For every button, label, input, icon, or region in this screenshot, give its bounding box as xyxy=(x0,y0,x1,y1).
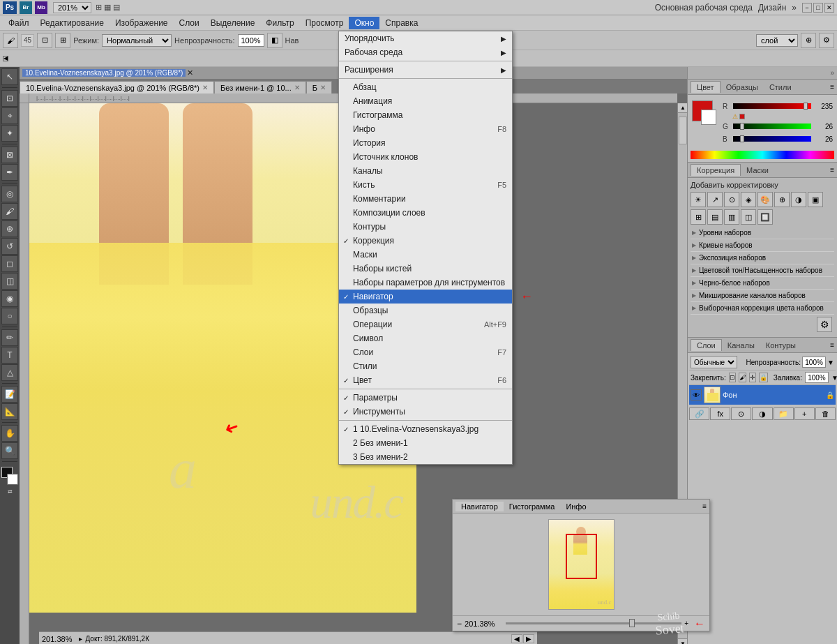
move-tool[interactable]: ↖ xyxy=(1,68,18,85)
eyedropper-tool[interactable]: ✒ xyxy=(1,164,18,181)
opacity-input[interactable] xyxy=(238,34,264,47)
dd-brush[interactable]: Кисть F5 xyxy=(339,178,512,192)
dd-info[interactable]: Инфо F8 xyxy=(339,122,512,136)
close-button[interactable]: ✕ xyxy=(824,3,834,13)
nav-tab-histogram[interactable]: Гистограмма xyxy=(504,502,561,511)
dd-tools-menu[interactable]: ✓ Инструменты xyxy=(339,405,512,419)
correction-settings-btn[interactable]: ⚙ xyxy=(817,317,832,332)
restore-button[interactable]: □ xyxy=(813,3,823,13)
corr-item-curves[interactable]: ▶ Кривые наборов xyxy=(691,239,834,252)
layers-opacity-arrow[interactable]: ▼ xyxy=(827,359,834,366)
brush-tool-btn[interactable]: 🖌 xyxy=(3,33,18,48)
dd-comments[interactable]: Комментарии xyxy=(339,192,512,206)
zoom-select[interactable]: 201% xyxy=(53,2,91,13)
background-color[interactable] xyxy=(7,474,18,485)
pen-tool[interactable]: ✏ xyxy=(1,329,18,346)
dd-clone-source[interactable]: Источник клонов xyxy=(339,150,512,164)
dd-extensions[interactable]: Расширения ▶ xyxy=(339,63,512,77)
shape-tool[interactable]: △ xyxy=(1,364,18,381)
dd-animation[interactable]: Анимация xyxy=(339,94,512,108)
dd-actions[interactable]: Операции Alt+F9 xyxy=(339,317,512,331)
color-balance-icon[interactable]: ⊕ xyxy=(774,192,790,207)
layer-visibility-eye[interactable]: 👁 xyxy=(691,389,702,400)
layer-select[interactable]: слой xyxy=(756,34,798,47)
styles-tab[interactable]: Стили xyxy=(764,82,797,93)
fill-arrow[interactable]: ▼ xyxy=(831,374,837,382)
layer-mask-btn[interactable]: ⊙ xyxy=(731,407,751,420)
status-scroll-left[interactable]: ◀ xyxy=(511,634,522,643)
history-brush-tool[interactable]: ↺ xyxy=(1,238,18,255)
bg-swatch[interactable] xyxy=(701,110,716,125)
curves-icon[interactable]: ↗ xyxy=(707,192,723,207)
menu-image[interactable]: Изображение xyxy=(110,17,174,29)
dd-navigator[interactable]: ✓ Навигатор ← xyxy=(339,290,512,304)
zoom-tool[interactable]: 🔍 xyxy=(1,442,18,459)
layer-group-btn[interactable]: 📁 xyxy=(774,407,794,420)
dd-brush-presets[interactable]: Наборы кистей xyxy=(339,262,512,276)
layer-fx-btn[interactable]: fx xyxy=(710,407,730,420)
posterize-icon[interactable]: ▤ xyxy=(707,209,723,225)
canvas-tab-2[interactable]: Без имени-1 @ 10... ✕ xyxy=(214,81,306,93)
clone-stamp-tool[interactable]: ⊕ xyxy=(1,220,18,237)
extend-workspace[interactable]: » xyxy=(792,3,797,13)
layer-item-bg[interactable]: 👁 Фон 🔒 xyxy=(689,385,836,405)
magic-wand-tool[interactable]: ✦ xyxy=(1,125,18,142)
samples-tab[interactable]: Образцы xyxy=(721,82,764,93)
text-tool[interactable]: T xyxy=(1,347,18,364)
corr-item-selective[interactable]: ▶ Выборочная коррекция цвета наборов xyxy=(691,302,834,315)
menu-select[interactable]: Выделение xyxy=(205,17,261,29)
dd-params[interactable]: ✓ Параметры xyxy=(339,391,512,405)
r-bar-track[interactable] xyxy=(733,103,811,109)
canvas-tab-2-close[interactable]: ✕ xyxy=(294,84,300,91)
b-thumb[interactable] xyxy=(740,135,744,142)
warning-swatch[interactable] xyxy=(739,114,745,119)
dd-correction[interactable]: ✓ Коррекция xyxy=(339,234,512,248)
selective-icon[interactable]: 🔲 xyxy=(757,209,773,225)
collapse-right-btn[interactable]: » xyxy=(830,69,834,77)
hue-icon[interactable]: 🎨 xyxy=(757,192,773,207)
settings-btn[interactable]: ⚙ xyxy=(819,33,834,48)
hand-tool[interactable]: ✋ xyxy=(1,425,18,442)
menu-window[interactable]: Окно xyxy=(349,17,379,29)
nav-panel-options[interactable]: ≡ xyxy=(702,502,707,510)
menu-file[interactable]: Файл xyxy=(3,17,35,29)
measure-tool[interactable]: 📐 xyxy=(1,403,18,420)
fg-swatch[interactable] xyxy=(692,100,713,121)
vibrance-icon[interactable]: ◈ xyxy=(741,192,756,207)
opacity-extra[interactable]: ◧ xyxy=(267,33,282,48)
dd-histogram[interactable]: Гистограмма xyxy=(339,108,512,122)
brightness-icon[interactable]: ☀ xyxy=(691,192,706,207)
scroll-down-btn[interactable]: ▼ xyxy=(678,638,687,644)
bw-icon[interactable]: ◑ xyxy=(791,192,806,207)
dd-workspace[interactable]: Рабочая среда ▶ xyxy=(339,45,512,59)
corr-item-channel-mix[interactable]: ▶ Микширование каналов наборов xyxy=(691,290,834,302)
exposure-icon[interactable]: ⊙ xyxy=(724,192,739,207)
menu-layers[interactable]: Слои xyxy=(174,17,205,29)
menu-filter[interactable]: Фильтр xyxy=(260,17,299,29)
marquee-tool[interactable]: ⊡ xyxy=(1,90,18,107)
channel-mix-icon[interactable]: ⊞ xyxy=(691,209,706,225)
brush-tool[interactable]: 🖌 xyxy=(1,203,18,220)
dd-layer-comps[interactable]: Композиции слоев xyxy=(339,206,512,220)
layer-adj-btn[interactable]: ◑ xyxy=(752,407,772,420)
extra-btn[interactable]: ⊕ xyxy=(801,33,816,48)
canvas-tab-3-close[interactable]: ✕ xyxy=(320,84,326,91)
photo-filter-icon[interactable]: ▣ xyxy=(808,192,823,207)
color-spectrum[interactable] xyxy=(691,151,834,159)
dd-doc-1[interactable]: ✓ 1 10.Evelina-Voznesenskaya3.jpg xyxy=(339,422,512,436)
dd-paragraph[interactable]: Абзац xyxy=(339,80,512,94)
corr-item-exposure[interactable]: ▶ Экспозиция наборов xyxy=(691,252,834,264)
menu-edit[interactable]: Редактирование xyxy=(35,17,110,29)
dd-samples[interactable]: Образцы xyxy=(339,304,512,317)
lock-image-btn[interactable]: 🖌 xyxy=(739,373,746,382)
channels-tab[interactable]: Каналы xyxy=(722,340,760,351)
b-bar-track[interactable] xyxy=(733,136,811,142)
corr-item-bw[interactable]: ▶ Черно-белое наборов xyxy=(691,277,834,290)
secondary-toolbar-arrow[interactable]: ◀ xyxy=(3,56,8,61)
nav-tab-info[interactable]: Инфо xyxy=(560,502,591,511)
gradient-map-icon[interactable]: ◫ xyxy=(741,209,756,225)
corr-item-hue[interactable]: ▶ Цветовой тон/Насыщенность наборов xyxy=(691,264,834,277)
dd-styles-menu[interactable]: Стили xyxy=(339,359,512,373)
lock-all-btn[interactable]: 🔒 xyxy=(759,373,768,382)
menu-view[interactable]: Просмотр xyxy=(300,17,349,29)
